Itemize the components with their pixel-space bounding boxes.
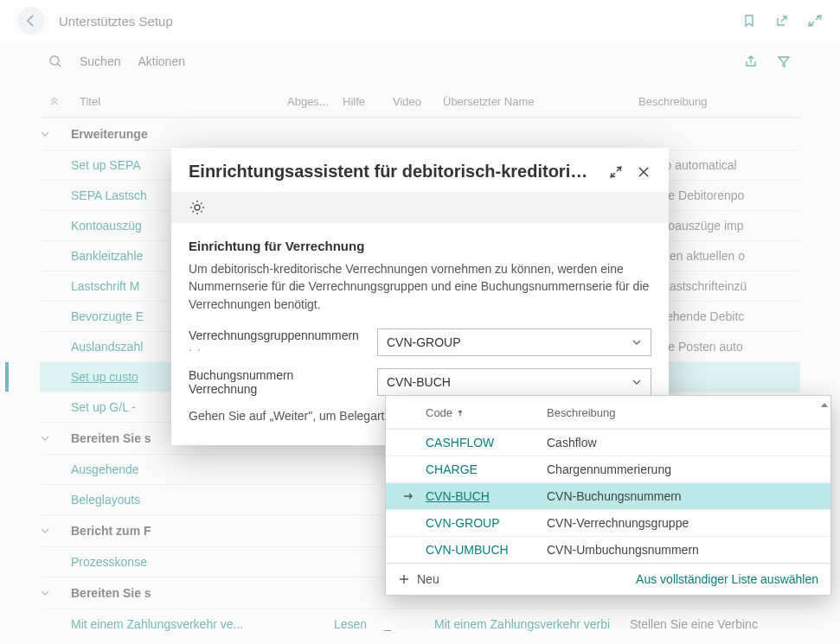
number-series-dropdown: Code Beschreibung CASHFLOWCashflowCHARGE… (385, 395, 831, 596)
search-label[interactable]: Suchen (80, 54, 120, 68)
arrow-left-icon (24, 14, 38, 28)
col-description[interactable]: Beschreibung (638, 95, 792, 108)
group-numbers-value: CVN-GROUP (387, 335, 461, 349)
section-title: Einrichtung für Verrechnung (189, 239, 651, 253)
row-title-link[interactable]: Prozesskonse (71, 555, 279, 569)
search-icon[interactable] (48, 54, 62, 68)
dropdown-option[interactable]: CVN-UMBUCHCVN-Umbuchungsnummern (386, 536, 830, 563)
option-code: CHARGE (426, 462, 547, 476)
col-completed[interactable]: Abges... (287, 95, 343, 108)
row-title-link[interactable]: Beleglayouts (71, 493, 279, 507)
modal-expand-icon[interactable] (608, 164, 624, 180)
back-button[interactable] (17, 7, 45, 35)
actions-menu[interactable]: Aktionen (138, 54, 184, 68)
option-code: CVN-GROUP (426, 516, 547, 530)
table-row[interactable]: Mit einem Zahlungsverkehr ve...Lesen_Mit… (40, 609, 800, 639)
page-title: Unterstütztes Setup (59, 14, 173, 29)
row-title-link[interactable]: Ausgehende (71, 462, 279, 476)
col-title[interactable]: Titel (80, 95, 287, 108)
option-desc: Chargennummerierung (547, 462, 671, 476)
sort-asc-icon (456, 409, 465, 418)
filter-icon[interactable] (776, 54, 792, 69)
col-help[interactable]: Hilfe (343, 95, 393, 108)
dropdown-option[interactable]: CHARGEChargennummerierung (386, 456, 830, 482)
close-icon[interactable] (636, 164, 651, 180)
modal-title: Einrichtungsassistent für debitorisch-kr… (189, 162, 596, 182)
toolbar: Suchen Aktionen (0, 41, 840, 81)
table-header: Titel Abges... Hilfe Video Übersetzter N… (40, 81, 800, 118)
group-numbers-select[interactable]: CVN-GROUP (377, 328, 651, 356)
option-code: CVN-BUCH (426, 489, 547, 503)
option-desc: CVN-Verrechnungsgruppe (547, 516, 689, 530)
dropdown-col-code[interactable]: Code (426, 406, 547, 419)
option-code: CASHFLOW (426, 436, 547, 450)
posting-numbers-value: CVN-BUCH (387, 375, 451, 389)
select-from-full-list-link[interactable]: Aus vollständiger Liste auswählen (636, 572, 818, 586)
col-translated[interactable]: Übersetzter Name (443, 95, 638, 108)
dropdown-col-desc[interactable]: Beschreibung (547, 406, 818, 419)
row-title-link[interactable]: Mit einem Zahlungsverkehr ve... (71, 617, 279, 631)
option-desc: CVN-Buchungsnummern (547, 489, 682, 503)
group-row[interactable]: Erweiterunge (40, 118, 800, 150)
dropdown-option[interactable]: CVN-GROUPCVN-Verrechnungsgruppe (386, 509, 830, 536)
top-bar: Unterstütztes Setup (0, 0, 840, 41)
option-desc: CVN-Umbuchungsnummern (547, 543, 699, 557)
svg-point-0 (50, 56, 59, 65)
col-video[interactable]: Video (393, 95, 443, 108)
gear-icon[interactable] (189, 199, 651, 216)
bookmark-icon[interactable] (741, 13, 757, 29)
dropdown-option[interactable]: CASHFLOWCashflow (386, 429, 830, 456)
dropdown-option[interactable]: CVN-BUCHCVN-Buchungsnummern (386, 482, 830, 509)
chevron-down-icon (632, 337, 642, 348)
share-icon[interactable] (743, 54, 759, 69)
section-description: Um debitorisch-kreditorische Verrechnung… (189, 260, 651, 313)
new-button[interactable]: Neu (398, 572, 439, 586)
expand-icon[interactable] (807, 13, 823, 29)
collapse-all-icon[interactable] (48, 95, 80, 108)
chevron-down-icon (632, 377, 642, 387)
scrollbar[interactable] (820, 403, 829, 553)
option-desc: Cashflow (547, 436, 597, 450)
field-posting-numbers-label: Buchungsnummern Verrechnung (189, 368, 362, 396)
posting-numbers-select[interactable]: CVN-BUCH (377, 368, 651, 396)
popout-icon[interactable] (774, 13, 790, 29)
plus-icon (398, 573, 410, 585)
field-group-numbers-label: Verrechnungsgruppennummern · · (189, 328, 362, 356)
svg-point-1 (195, 205, 200, 210)
option-code: CVN-UMBUCH (426, 543, 547, 557)
